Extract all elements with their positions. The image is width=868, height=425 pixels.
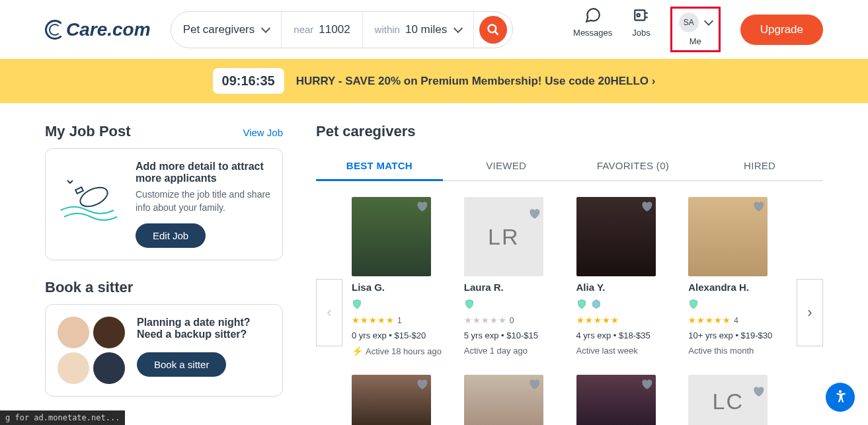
star-icon: ★ [611, 315, 619, 325]
caregiver-card[interactable]: Alexandra H. ★★★★★4 10+ yrs exp • $19-$3… [688, 197, 787, 356]
chevron-down-icon [704, 17, 713, 26]
caregiver-image[interactable] [576, 197, 656, 276]
caregiver-name: Laura R. [464, 282, 563, 293]
caregiver-image[interactable] [352, 197, 431, 276]
carousel-prev[interactable]: ‹ [316, 279, 342, 346]
tab-viewed[interactable]: VIEWED [443, 152, 570, 180]
right-column: Pet caregivers BEST MATCH VIEWED FAVORIT… [316, 123, 823, 425]
view-job-link[interactable]: View Job [243, 127, 283, 138]
search-location-input[interactable]: near 11002 [282, 12, 362, 48]
caregiver-thumb[interactable] [352, 375, 431, 425]
nav-me[interactable]: SA Me [670, 7, 721, 52]
nav-messages[interactable]: Messages [573, 7, 612, 38]
caregiver-image[interactable] [688, 197, 768, 276]
badges [464, 298, 563, 310]
book-sitter-button[interactable]: Book a sitter [137, 352, 226, 377]
rating: ★★★★★ [576, 315, 676, 325]
active-status: Active 1 day ago [464, 346, 563, 356]
caregiver-image[interactable]: LR [464, 197, 543, 276]
active-status: ⚡Active 18 hours ago [352, 346, 451, 356]
favorite-icon[interactable] [528, 377, 541, 391]
job-post-title: Add more detail to attract more applican… [136, 161, 270, 184]
favorite-icon[interactable] [752, 200, 765, 213]
caregiver-thumb[interactable] [464, 375, 543, 425]
me-avatar-row: SA [679, 13, 712, 32]
tab-hired[interactable]: HIRED [696, 152, 823, 180]
star-icon: ★ [576, 315, 584, 325]
caregiver-card[interactable]: LR Laura R. ★★★★★0 5 yrs exp • $10-$15 A… [464, 197, 563, 356]
promo-text: HURRY - SAVE 20% on Premium Membership! … [296, 75, 656, 88]
search-category-select[interactable]: Pet caregivers [171, 12, 282, 48]
search-icon [487, 23, 500, 36]
favorite-icon[interactable] [415, 200, 428, 213]
caregiver-card[interactable]: Lisa G. ★★★★★1 0 yrs exp • $15-$20 ⚡Acti… [352, 197, 451, 356]
caregiver-meta: 0 yrs exp • $15-$20 [352, 330, 451, 340]
book-content: Planning a date night? Need a backup sit… [137, 317, 270, 384]
favorite-icon[interactable] [528, 200, 541, 213]
radius-value: 10 miles [405, 23, 447, 36]
avatar [58, 317, 89, 348]
caregiver-meta: 5 yrs exp • $10-$15 [464, 330, 563, 340]
favorite-icon[interactable] [415, 377, 428, 391]
star-icon: ★ [377, 315, 385, 325]
search-button[interactable] [479, 16, 507, 44]
badges [688, 298, 787, 310]
favorite-icon[interactable] [640, 377, 653, 391]
nav-icons: Messages Jobs SA Me [573, 7, 721, 52]
svg-point-3 [637, 14, 640, 17]
star-icon: ★ [585, 315, 593, 325]
caregiver-meta: 4 yrs exp • $18-$35 [576, 330, 676, 340]
svg-rect-7 [75, 187, 83, 194]
accessibility-icon [832, 389, 849, 406]
nav-jobs[interactable]: Jobs [632, 7, 650, 38]
star-icon: ★ [714, 315, 722, 325]
favorite-icon[interactable] [640, 200, 653, 213]
job-post-heading: My Job Post [45, 123, 131, 140]
shield-icon [576, 298, 587, 310]
upgrade-button[interactable]: Upgrade [740, 15, 823, 45]
jobs-icon [633, 7, 650, 24]
active-status: Active this month [688, 346, 787, 356]
avatar [58, 352, 89, 384]
job-post-content: Add more detail to attract more applican… [136, 161, 270, 248]
search-bar: Pet caregivers near 11002 within 10 mile… [171, 11, 514, 48]
carousel-body: Lisa G. ★★★★★1 0 yrs exp • $15-$20 ⚡Acti… [352, 197, 787, 425]
caregiver-name: Alia Y. [576, 282, 676, 293]
review-count: 4 [734, 316, 738, 325]
star-icon: ★ [697, 315, 705, 325]
edit-job-button[interactable]: Edit Job [136, 223, 206, 248]
accessibility-button[interactable] [826, 383, 855, 412]
caregiver-thumb[interactable]: LC [688, 375, 768, 425]
nav-jobs-label: Jobs [632, 28, 650, 38]
promo-banner[interactable]: 09:16:35 HURRY - SAVE 20% on Premium Mem… [0, 59, 868, 103]
rating: ★★★★★0 [464, 315, 563, 325]
svg-marker-8 [592, 299, 600, 308]
caregiver-card[interactable]: Alia Y. ★★★★★ 4 yrs exp • $18-$35 Active… [576, 197, 676, 356]
badges [352, 298, 451, 310]
review-count: 1 [397, 316, 402, 325]
search-radius-select[interactable]: within 10 miles [363, 12, 475, 48]
review-count: 0 [510, 316, 514, 325]
caregiver-name: Alexandra H. [688, 282, 787, 293]
badge-icon [591, 298, 602, 310]
caregiver-row2: LC [352, 375, 787, 425]
star-icon: ★ [594, 315, 602, 325]
caregiver-thumb[interactable] [576, 375, 656, 425]
within-label: within [375, 24, 400, 35]
rating: ★★★★★1 [352, 315, 451, 325]
user-avatar: SA [679, 13, 699, 32]
caregiver-grid: Lisa G. ★★★★★1 0 yrs exp • $15-$20 ⚡Acti… [352, 197, 787, 356]
svg-point-0 [489, 24, 496, 32]
star-icon: ★ [473, 315, 481, 325]
shield-icon [464, 298, 475, 310]
star-icon: ★ [688, 315, 696, 325]
tab-favorites[interactable]: FAVORITES (0) [570, 152, 697, 180]
search-category-value: Pet caregivers [183, 23, 255, 36]
tab-best-match[interactable]: BEST MATCH [316, 152, 443, 181]
favorite-icon[interactable] [752, 377, 765, 391]
carousel-next[interactable]: › [797, 279, 823, 346]
star-icon: ★ [369, 315, 377, 325]
logo[interactable]: Care.com [45, 19, 151, 40]
star-icon: ★ [602, 315, 610, 325]
star-icon: ★ [498, 315, 506, 325]
